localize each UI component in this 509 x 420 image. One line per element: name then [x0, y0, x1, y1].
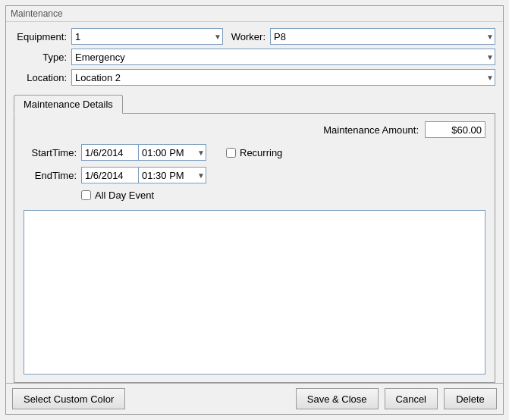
notes-textarea-box[interactable] [24, 210, 485, 375]
bottom-bar: Select Custom Color Save & Close Cancel … [6, 383, 503, 414]
type-select-wrapper[interactable]: Emergency ▼ [71, 49, 495, 65]
location-select-wrapper[interactable]: Location 2 ▼ [71, 69, 495, 86]
location-row: Location: Location 2 ▼ [14, 69, 495, 86]
notes-textarea[interactable] [24, 211, 485, 374]
all-day-label[interactable]: All Day Event [95, 190, 154, 201]
location-select[interactable]: Location 2 [71, 69, 495, 86]
maintenance-amount-row: Maintenance Amount: [24, 121, 485, 138]
type-label: Type: [14, 52, 67, 63]
start-time-row: StartTime: 01:00 PM ▼ Recurring [24, 144, 485, 161]
worker-select-wrapper[interactable]: P8 ▼ [270, 28, 495, 45]
cancel-button[interactable]: Cancel [385, 388, 438, 409]
form-area: Equipment: 1 ▼ Worker: P8 ▼ Type: Emerge… [6, 22, 503, 92]
select-color-button[interactable]: Select Custom Color [12, 388, 125, 409]
equipment-select[interactable]: 1 [71, 28, 223, 45]
delete-button[interactable]: Delete [444, 388, 497, 409]
tab-header: Maintenance Details [14, 95, 495, 113]
equipment-label: Equipment: [14, 31, 67, 42]
type-row: Type: Emergency ▼ [14, 49, 495, 65]
recurring-checkbox[interactable] [226, 148, 236, 158]
start-datetime-wrapper: 01:00 PM ▼ [81, 144, 206, 161]
maintenance-amount-input[interactable] [425, 121, 485, 138]
type-select[interactable]: Emergency [71, 49, 495, 65]
equipment-worker-row: Equipment: 1 ▼ Worker: P8 ▼ [14, 28, 495, 45]
end-time-label: EndTime: [24, 170, 77, 181]
save-close-button[interactable]: Save & Close [296, 388, 379, 409]
tab-body: Maintenance Amount: StartTime: 01:00 PM … [14, 113, 495, 383]
maintenance-amount-label: Maintenance Amount: [323, 124, 419, 136]
location-label: Location: [14, 72, 67, 83]
worker-label: Worker: [228, 31, 265, 42]
end-time-select-wrapper[interactable]: 01:30 PM ▼ [138, 167, 206, 183]
all-day-checkbox[interactable] [81, 190, 91, 200]
worker-select[interactable]: P8 [270, 28, 495, 45]
start-time-label: StartTime: [24, 147, 77, 158]
end-time-select[interactable]: 01:30 PM [138, 167, 206, 183]
start-time-select-wrapper[interactable]: 01:00 PM ▼ [138, 144, 206, 161]
tab-container: Maintenance Details Maintenance Amount: … [14, 95, 495, 383]
end-datetime-wrapper: 01:30 PM ▼ [81, 167, 206, 183]
tab-maintenance-details[interactable]: Maintenance Details [14, 95, 123, 114]
window-title: Maintenance [6, 6, 503, 22]
start-date-input[interactable] [81, 144, 138, 161]
maintenance-window: Maintenance Equipment: 1 ▼ Worker: P8 ▼ … [5, 5, 504, 415]
end-date-input[interactable] [81, 167, 138, 183]
equipment-select-wrapper[interactable]: 1 ▼ [71, 28, 223, 45]
all-day-row: All Day Event [81, 190, 485, 201]
recurring-label[interactable]: Recurring [240, 147, 282, 158]
start-time-select[interactable]: 01:00 PM [138, 144, 206, 161]
end-time-row: EndTime: 01:30 PM ▼ [24, 167, 485, 183]
recurring-wrapper: Recurring [226, 147, 282, 158]
